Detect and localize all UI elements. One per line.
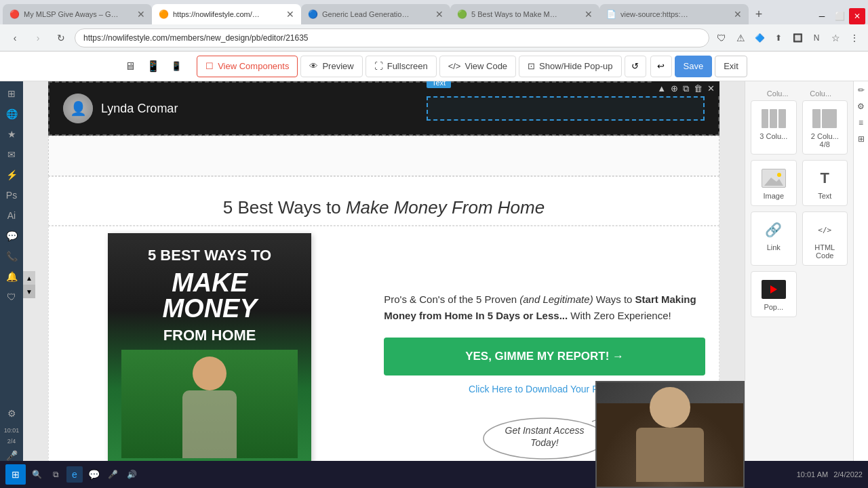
close-icon[interactable]: ✕ [705, 83, 717, 95]
taskbar-speaker-icon[interactable]: 🔊 [123, 466, 140, 483]
preview-button[interactable]: 👁 Preview [300, 56, 362, 77]
browser-tab-4[interactable]: 🟢 5 Best Ways to Make Money F... ✕ [450, 4, 599, 24]
browser-tab-3[interactable]: 🔵 Generic Lead Generation Cam... ✕ [301, 4, 450, 24]
tab3-favicon: 🔵 [308, 9, 318, 19]
editor-main: ⊞ 🌐 ★ ✉ ⚡ Ps Ai 💬 📞 🔔 🛡 ⚙ 10:01 2/4 🎤 🔊 … [0, 81, 868, 488]
col2-4-8-icon [811, 106, 838, 131]
sidebar-email-icon[interactable]: ✉ [2, 145, 21, 164]
col-label-2: Colu... [810, 89, 831, 98]
star-icon[interactable]: ☆ [827, 30, 844, 46]
promo-italic-text: (and Legitimate) [519, 293, 593, 305]
fullscreen-button[interactable]: ⛶ Fullscreen [366, 56, 437, 77]
edge-grid-icon[interactable]: ⊞ [855, 133, 867, 145]
text-input-field[interactable] [427, 96, 705, 121]
svg-point-5 [777, 173, 781, 177]
tab4-close[interactable]: ✕ [585, 9, 593, 20]
address-bar[interactable]: https://nowlifestyle.com/members/new_des… [75, 28, 709, 47]
view-components-button[interactable]: ☐ View Components [197, 56, 298, 77]
component-image-label: Image [763, 192, 784, 200]
extension-icon2[interactable]: ⬆ [770, 30, 787, 46]
tab3-close[interactable]: ✕ [435, 9, 443, 20]
cta-button[interactable]: YES, GIMME MY REPORT! → [384, 338, 705, 375]
text-component-selected[interactable]: Text [427, 96, 705, 121]
taskbar-chat-icon[interactable]: 💬 [85, 466, 102, 483]
component-grid: 3 Colu... 2 Colu... 4/8 [751, 100, 848, 317]
sidebar-ai-icon[interactable]: Ai [2, 206, 21, 225]
book-title-sub: FROM HOME [121, 327, 298, 344]
component-image[interactable]: Image [751, 160, 797, 206]
component-link[interactable]: 🔗 Link [751, 211, 797, 266]
sidebar-phone-icon[interactable]: 📞 [2, 247, 21, 266]
save-button[interactable]: Save [675, 56, 713, 77]
sidebar-bell-icon[interactable]: 🔔 [2, 267, 21, 286]
taskbar-browser-icon[interactable]: e [66, 466, 83, 483]
edge-hamburger-icon[interactable]: ≡ [855, 117, 867, 129]
reload-button[interactable]: ↻ [52, 28, 71, 47]
component-2col-4-8[interactable]: 2 Colu... 4/8 [802, 100, 848, 155]
move-up-icon[interactable]: ▲ [655, 83, 668, 95]
scroll-down-arrow[interactable]: ▼ [23, 285, 35, 298]
desktop-icon[interactable]: 🖥 [121, 57, 140, 76]
close-button[interactable]: ✕ [849, 8, 865, 24]
tab5-close[interactable]: ✕ [734, 9, 742, 20]
component-html-label: HTML Code [806, 243, 845, 260]
scroll-up-arrow[interactable]: ▲ [23, 271, 35, 285]
edge-gear-icon[interactable]: ⚙ [855, 100, 867, 113]
header-section[interactable]: ▲ ⊕ ⧉ 🗑 ✕ 👤 Lynda Cromar [48, 81, 719, 136]
headline-section[interactable]: 5 Best Ways to Make Money From Home [48, 176, 719, 226]
col3-icon [760, 106, 787, 131]
tablet-icon[interactable]: 📱 [144, 57, 163, 76]
minimize-button[interactable]: ─ [814, 8, 830, 24]
tab1-favicon: 🔴 [9, 9, 20, 19]
extension-icon4[interactable]: N [808, 30, 825, 46]
refresh-button[interactable]: ↺ [625, 56, 646, 77]
forward-button[interactable]: › [28, 28, 47, 47]
settings-icon[interactable]: ⋮ [846, 30, 863, 46]
sidebar-chat-icon[interactable]: 💬 [2, 226, 21, 245]
section-spacer[interactable] [48, 136, 719, 176]
taskbar-date-left: 2/4 [7, 438, 16, 445]
video-icon [760, 277, 787, 302]
component-3col-label: 3 Colu... [760, 132, 787, 140]
component-text[interactable]: T Text [802, 160, 848, 206]
taskbar-mic-icon[interactable]: 🎤 [104, 466, 121, 483]
taskbar-task-view[interactable]: ⧉ [47, 466, 64, 483]
copy-icon[interactable]: ⧉ [681, 83, 691, 95]
extension-icon3[interactable]: 🔲 [789, 30, 806, 46]
sidebar-shield-icon[interactable]: 🛡 [2, 287, 21, 306]
back-button[interactable]: ‹ [5, 28, 24, 47]
sidebar-lightning-icon[interactable]: ⚡ [2, 165, 21, 184]
tab1-close[interactable]: ✕ [137, 9, 145, 20]
shield-icon[interactable]: 🛡 [713, 30, 730, 46]
sidebar-gear-icon[interactable]: ⚙ [2, 404, 21, 423]
taskbar-search-icon[interactable]: 🔍 [28, 466, 45, 483]
extension-icon1[interactable]: 🔷 [751, 30, 768, 46]
trash-icon[interactable]: 🗑 [692, 83, 705, 95]
sidebar-home-icon[interactable]: ⊞ [2, 84, 21, 103]
mobile-icon[interactable]: 📱 [167, 57, 186, 76]
component-3col[interactable]: 3 Colu... [751, 100, 797, 155]
undo-button[interactable]: ↩ [650, 56, 672, 77]
sidebar-adobe-icon[interactable]: Ps [2, 186, 21, 205]
exit-button[interactable]: Exit [715, 56, 747, 77]
start-button[interactable]: ⊞ [5, 464, 26, 485]
sidebar-globe-icon[interactable]: 🌐 [2, 104, 21, 123]
browser-tab-2[interactable]: 🟠 https://nowlifestyle.com/m... ✕ [152, 4, 301, 24]
show-hide-popup-label: Show/Hide Pop-up [539, 61, 612, 71]
browser-tab-5[interactable]: 📄 view-source:https://www.legit... ✕ [599, 4, 749, 24]
promo-mid-text: Ways to [593, 293, 635, 305]
browser-tab-1[interactable]: 🔴 My MLSP Give Aways – Google... ✕ [3, 4, 152, 24]
new-tab-button[interactable]: + [749, 4, 769, 24]
col-label-1: Colu... [767, 89, 789, 98]
component-html-code[interactable]: </> HTML Code [802, 211, 848, 266]
edge-pencil-icon[interactable]: ✏ [855, 84, 867, 96]
view-code-button[interactable]: </> View Code [439, 56, 516, 77]
warning-icon[interactable]: ⚠ [732, 30, 749, 46]
show-hide-popup-button[interactable]: ⊡ Show/Hide Pop-up [519, 56, 621, 77]
move-icon[interactable]: ⊕ [669, 83, 680, 95]
tab2-close[interactable]: ✕ [286, 9, 294, 20]
component-video[interactable]: Pop... [751, 271, 797, 317]
restore-button[interactable]: ⬜ [831, 8, 848, 24]
sidebar-star-icon[interactable]: ★ [2, 125, 21, 144]
view-components-label: View Components [218, 61, 289, 71]
